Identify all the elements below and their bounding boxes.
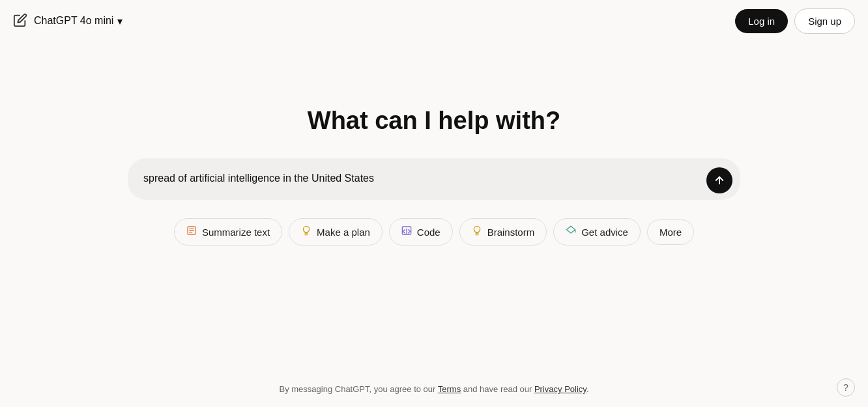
chip-plan[interactable]: Make a plan: [289, 218, 383, 246]
chip-more-label: More: [659, 227, 682, 238]
search-container: [128, 158, 740, 203]
terms-link[interactable]: Terms: [438, 384, 461, 394]
help-button[interactable]: ?: [837, 378, 855, 397]
model-name: ChatGPT 4o mini: [34, 15, 113, 27]
code-icon: [401, 225, 412, 238]
footer-text-after: .: [586, 384, 589, 394]
plan-icon: [301, 225, 311, 238]
chip-summarize[interactable]: Summarize text: [174, 218, 282, 246]
header-right: Log in Sign up: [735, 8, 855, 34]
footer-text-between: and have read our: [461, 384, 534, 394]
header: ChatGPT 4o mini ▾ Log in Sign up: [0, 0, 868, 42]
chip-brainstorm-label: Brainstorm: [487, 227, 535, 238]
edit-icon[interactable]: [13, 13, 29, 29]
chip-advice-label: Get advice: [581, 227, 628, 238]
chip-code-label: Code: [417, 227, 441, 238]
footer-text-before: By messaging ChatGPT, you agree to our: [280, 384, 438, 394]
footer: By messaging ChatGPT, you agree to our T…: [280, 384, 589, 394]
privacy-link[interactable]: Privacy Policy: [534, 384, 586, 394]
help-icon: ?: [843, 382, 848, 393]
page-title: What can I help with?: [308, 107, 560, 135]
chip-code[interactable]: Code: [389, 218, 453, 246]
header-left: ChatGPT 4o mini ▾: [13, 13, 123, 29]
chips-container: Summarize textMake a planCodeBrainstormG…: [174, 218, 694, 246]
chip-plan-label: Make a plan: [317, 227, 370, 238]
chip-summarize-label: Summarize text: [202, 227, 270, 238]
signup-button[interactable]: Sign up: [794, 8, 855, 34]
chip-advice[interactable]: Get advice: [553, 218, 641, 246]
submit-button[interactable]: [706, 167, 732, 193]
chip-more[interactable]: More: [647, 219, 694, 245]
chip-brainstorm[interactable]: Brainstorm: [459, 218, 547, 246]
chevron-down-icon: ▾: [117, 15, 123, 27]
brainstorm-icon: [472, 225, 482, 238]
login-button[interactable]: Log in: [735, 9, 788, 33]
search-input[interactable]: [128, 158, 740, 200]
main-content: What can I help with? Summarize textMake…: [0, 42, 868, 246]
advice-icon: [566, 225, 576, 238]
model-selector[interactable]: ChatGPT 4o mini ▾: [34, 15, 123, 27]
summarize-icon: [186, 225, 197, 238]
